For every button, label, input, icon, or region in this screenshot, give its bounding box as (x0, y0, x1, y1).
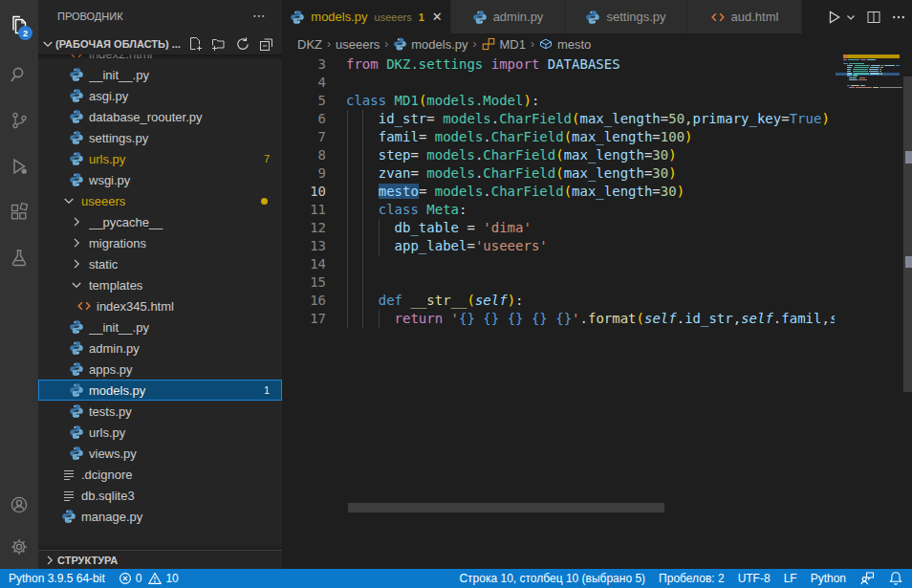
breadcrumb-item-DKZ[interactable]: DKZ (297, 37, 322, 52)
status-bar-left: Python 3.9.5 64-bit010 (2, 569, 185, 588)
minimap-code-segment (880, 73, 882, 74)
status-feedback[interactable] (853, 569, 881, 588)
outline-section-header[interactable]: СТРУКТУРА (38, 550, 282, 569)
tree-item-label: migrations (89, 236, 282, 250)
minimap[interactable] (835, 54, 903, 557)
status-indentation[interactable]: Пробелов: 2 (652, 569, 731, 588)
tree-item-templates[interactable]: templates (38, 274, 282, 295)
tree-item-urls.py[interactable]: urls.py (38, 422, 282, 443)
refresh-icon[interactable] (235, 36, 250, 52)
activitybar-account-icon[interactable] (0, 486, 38, 524)
code-editor[interactable]: 3from DKZ.settings import DATABASES45cla… (282, 54, 835, 557)
tab-models.py[interactable]: models.pyuseeers1✕ (282, 0, 451, 33)
python-file-icon (69, 382, 84, 398)
activitybar-testing-icon[interactable] (0, 239, 38, 277)
tree-item-__init__.py[interactable]: __init__.py (38, 64, 282, 85)
run-button[interactable] (825, 9, 842, 26)
tree-item-asgi.py[interactable]: asgi.py (38, 85, 282, 106)
code-line-12: db_table = 'dima' (346, 219, 532, 237)
activitybar-extensions-icon[interactable] (0, 193, 38, 231)
status-problems[interactable]: 010 (112, 569, 185, 588)
breadcrumb-item-useeers[interactable]: useeers (336, 37, 380, 52)
code-line-5: class MD1(models.Model): (346, 92, 539, 110)
python-file-icon (69, 403, 84, 419)
chevron-down-icon (40, 36, 55, 52)
line-number: 13 (282, 237, 326, 255)
new-folder-icon[interactable] (211, 36, 227, 52)
minimap-code-segment (847, 75, 852, 76)
overview-ruler-mark (905, 256, 912, 268)
error-icon (119, 572, 132, 585)
tree-item-useeers[interactable]: useeers (38, 190, 282, 211)
status-python-interpreter[interactable]: Python 3.9.5 64-bit (2, 569, 112, 588)
tree-item-manage.py[interactable]: manage.py (38, 506, 282, 527)
more-actions-button[interactable] (891, 10, 906, 25)
status-cursor-position[interactable]: Строка 10, столбец 10 (выбрано 5) (452, 569, 652, 588)
line-number: 15 (282, 273, 326, 292)
breadcrumb-item-MD1[interactable]: MD1 (482, 37, 526, 52)
tree-item-settings.py[interactable]: settings.py (38, 127, 282, 148)
tree-item-apps.py[interactable]: apps.py (38, 359, 282, 380)
tree-item-migrations[interactable]: migrations (38, 232, 282, 253)
tree-item-tests.py[interactable]: tests.py (38, 401, 282, 422)
tab-aud.html[interactable]: aud.html (687, 0, 802, 33)
status-encoding[interactable]: UTF-8 (731, 569, 777, 588)
vertical-scrollbar-slider[interactable] (903, 76, 912, 392)
breadcrumb: DKZ›useeers›models.py›MD1›mesto (282, 33, 912, 54)
status-eol[interactable]: LF (777, 569, 804, 588)
vertical-scrollbar[interactable] (903, 54, 912, 557)
tree-item-static[interactable]: static (38, 253, 282, 274)
collapse-all-icon[interactable] (259, 36, 274, 52)
tree-item-.dcignore[interactable]: .dcignore (38, 464, 282, 485)
tree-item-admin.py[interactable]: admin.py (38, 338, 282, 359)
tree-item-models.py[interactable]: models.py1 (38, 380, 282, 401)
horizontal-scrollbar[interactable] (348, 503, 664, 512)
tab-settings.py[interactable]: settings.py (565, 0, 687, 33)
activitybar-settings-icon[interactable] (0, 528, 38, 566)
tree-item-db.sqlite3[interactable]: db.sqlite3 (38, 485, 282, 506)
run-dropdown[interactable] (845, 11, 857, 23)
code-line-8: step= models.CharField(max_length=30) (346, 146, 677, 164)
minimap-code-segment (873, 87, 879, 88)
tree-item-urls.py[interactable]: urls.py7 (38, 148, 282, 169)
tab-admin.py[interactable]: admin.py (451, 0, 565, 33)
split-editor-button[interactable] (866, 10, 881, 25)
problems-badge: 1 (264, 384, 270, 396)
python-file-icon (69, 319, 84, 335)
chevron-right-icon (69, 256, 84, 272)
breadcrumb-item-models.py[interactable]: models.py (393, 37, 467, 52)
code-line-9: zvan= models.CharField(max_length=30) (346, 164, 677, 183)
tree-item-label: __init__.py (89, 320, 282, 335)
tree-item-__init__.py[interactable]: __init__.py (38, 316, 282, 338)
tree-item-label: settings.py (89, 131, 282, 145)
activitybar-search-icon[interactable] (0, 55, 38, 94)
tree-item-wsgi.py[interactable]: wsgi.py (38, 169, 282, 190)
python-file-icon (69, 340, 84, 356)
activitybar-source-control-icon[interactable] (0, 101, 38, 140)
status-language-mode[interactable]: Python (804, 569, 853, 588)
python-file-icon (69, 446, 84, 461)
warning-icon (148, 572, 162, 585)
close-icon[interactable]: ✕ (432, 10, 443, 25)
tree-item-index345.html[interactable]: index345.html (38, 295, 282, 316)
tree-scroll-shadow (38, 54, 282, 60)
breadcrumb-separator: › (327, 37, 331, 51)
minimap-warning-band (843, 54, 900, 57)
activitybar-run-debug-icon[interactable] (0, 147, 38, 185)
new-file-icon[interactable] (187, 36, 203, 52)
tree-item-views.py[interactable]: views.py (38, 443, 282, 464)
python-file-icon (61, 509, 76, 524)
tree-item-label: static (89, 257, 282, 272)
activitybar-explorer-icon[interactable]: 2 (0, 6, 38, 44)
tree-item-label: apps.py (89, 362, 282, 377)
tree-item-database_roouter.py[interactable]: database_roouter.py (38, 106, 282, 127)
file-icon (61, 488, 76, 503)
line-number: 17 (282, 310, 326, 328)
breadcrumb-item-mesto[interactable]: mesto (539, 37, 591, 52)
problems-badge: 7 (264, 153, 270, 164)
minimap-code-segment (852, 63, 864, 64)
status-notifications[interactable] (881, 569, 910, 588)
tree-item-__pycache__[interactable]: __pycache__ (38, 211, 282, 232)
sidebar-more-actions-icon[interactable]: ⋯ (252, 8, 267, 23)
tree-item-label: views.py (89, 446, 282, 461)
